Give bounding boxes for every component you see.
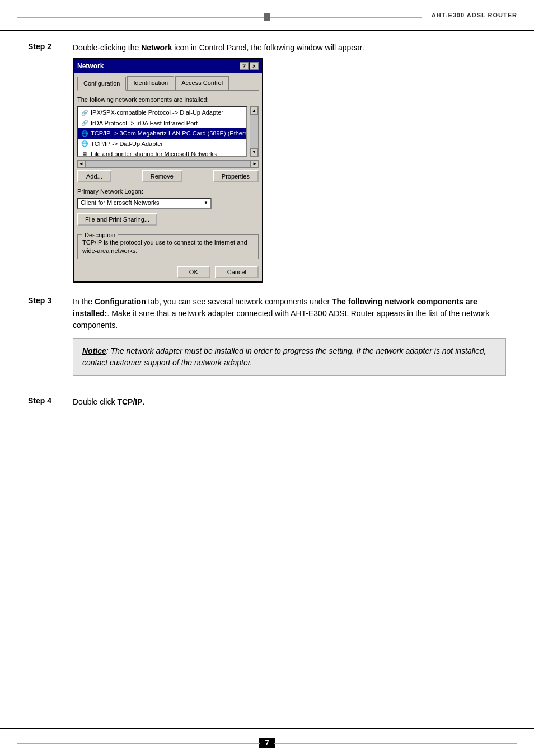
step3-content: In the Configuration tab, you can see se…	[73, 296, 506, 383]
notice-box: Notice: The network adapter must be inst…	[73, 338, 506, 376]
step2-label: Step 2	[28, 42, 73, 51]
notice-title: Notice	[82, 346, 106, 355]
list-item-1[interactable]: 🔗 IPX/SPX-compatible Protocol -> Dial-Up…	[78, 107, 246, 118]
step3-text2: tab, you can see several network compone…	[146, 297, 332, 306]
step4-bold: TCP/IP	[117, 397, 142, 406]
listbox-area: 🔗 IPX/SPX-compatible Protocol -> Dial-Up…	[77, 106, 259, 157]
step4-text-before: Double click	[73, 397, 117, 406]
description-group: Description TCP/IP is the protocol you u…	[77, 234, 259, 260]
protocol-icon-1: 🔗	[81, 109, 88, 116]
step3-text3: . Make it sure that a network adapter co…	[73, 309, 489, 330]
primary-logon-dropdown[interactable]: Client for Microsoft Networks ▼	[77, 198, 212, 209]
dialog-help-button[interactable]: ?	[240, 62, 249, 70]
add-button[interactable]: Add...	[77, 170, 111, 182]
primary-logon-label: Primary Network Logon:	[77, 187, 259, 196]
protocol-icon-4: 🌐	[81, 140, 88, 148]
step3-text1: In the	[73, 297, 95, 306]
hscroll-track	[85, 160, 251, 168]
step4-row: Step 4 Double click TCP/IP.	[28, 396, 506, 408]
tab-configuration[interactable]: Configuration	[77, 77, 126, 91]
step3-row: Step 3 In the Configuration tab, you can…	[28, 296, 506, 383]
cancel-button[interactable]: Cancel	[215, 266, 259, 278]
page-number: 7	[259, 738, 274, 748]
dialog-body: Configuration Identification Access Cont…	[74, 73, 262, 281]
primary-logon-value: Client for Microsoft Networks	[81, 198, 160, 208]
protocol-icon-3: 🌐	[81, 129, 88, 137]
step4-content: Double click TCP/IP.	[73, 396, 506, 408]
list-item-4[interactable]: 🌐 TCP/IP -> Dial-Up Adapter	[78, 139, 246, 149]
footer-line-left	[17, 743, 260, 744]
hscroll-right[interactable]: ►	[251, 160, 259, 168]
hscroll-left[interactable]: ◄	[77, 160, 85, 168]
step2-content: Double-clicking the Network icon in Cont…	[73, 42, 506, 283]
dialog-close-button[interactable]: ×	[250, 62, 259, 70]
step2-text-before: Double-clicking the	[73, 43, 141, 52]
dropdown-arrow-icon: ▼	[204, 200, 208, 206]
list-item-2[interactable]: 🔗 IrDA Protocol -> IrDA Fast Infrared Po…	[78, 118, 246, 129]
step2-text-after: icon in Control Panel, the following win…	[172, 43, 364, 52]
dialog-bottom-buttons: OK Cancel	[77, 264, 259, 278]
network-dialog: Network ? × Configuration Identification…	[73, 58, 263, 283]
tab-identification[interactable]: Identification	[127, 76, 174, 90]
list-item-5[interactable]: 🖥 File and printer sharing for Microsoft…	[78, 149, 246, 157]
list-item-3[interactable]: 🌐 TCP/IP -> 3Com Megahertz LAN PC Card (…	[78, 128, 246, 139]
step2-row: Step 2 Double-clicking the Network icon …	[28, 42, 506, 283]
header-divider	[17, 17, 422, 18]
dialog-titlebar-buttons: ? ×	[240, 62, 259, 70]
step3-bold1: Configuration	[95, 297, 146, 306]
scrollbar-down[interactable]: ▼	[250, 148, 258, 156]
main-content: Step 2 Double-clicking the Network icon …	[0, 31, 534, 728]
footer-line-right	[274, 743, 517, 744]
network-components-list[interactable]: 🔗 IPX/SPX-compatible Protocol -> Dial-Up…	[77, 106, 247, 157]
ok-button[interactable]: OK	[177, 266, 210, 278]
remove-button[interactable]: Remove	[142, 170, 182, 182]
tab-access-control[interactable]: Access Control	[175, 76, 229, 90]
file-print-sharing-button[interactable]: File and Print Sharing...	[77, 213, 157, 226]
scrollbar-track	[250, 115, 258, 148]
description-label: Description	[82, 231, 118, 240]
dialog-tabs: Configuration Identification Access Cont…	[77, 76, 259, 91]
dialog-titlebar: Network ? ×	[74, 59, 262, 73]
hscroll-row: ◄ ►	[77, 160, 259, 168]
notice-text: The network adapter must be installed in…	[82, 346, 486, 367]
dialog-title: Network	[77, 61, 104, 71]
installed-label: The following network components are ins…	[77, 95, 259, 105]
header-center-mark	[264, 13, 270, 21]
step3-label: Step 3	[28, 296, 73, 305]
protocol-icon-2: 🔗	[81, 119, 88, 127]
list-scrollbar[interactable]: ▲ ▼	[250, 106, 259, 157]
share-icon: 🖥	[81, 150, 88, 157]
notice-colon: :	[106, 346, 111, 355]
dialog-action-buttons: Add... Remove Properties	[77, 170, 259, 182]
description-text: TCP/IP is the protocol you use to connec…	[82, 238, 254, 256]
properties-button[interactable]: Properties	[213, 170, 259, 182]
step4-text-after: .	[143, 397, 145, 406]
step4-label: Step 4	[28, 396, 73, 405]
scrollbar-up[interactable]: ▲	[250, 107, 258, 115]
page-footer: 7	[0, 728, 534, 756]
header-title: AHT-E300 ADSL ROUTER	[432, 12, 517, 18]
step2-bold: Network	[141, 43, 172, 52]
